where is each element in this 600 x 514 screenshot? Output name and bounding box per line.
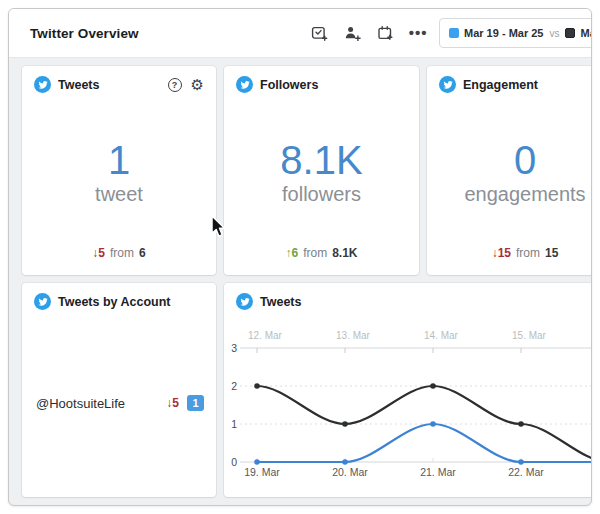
account-metrics: ↓5 1 (166, 395, 204, 411)
header-bar: Twitter Overview (9, 9, 591, 58)
delta-value: ↓5 (92, 246, 105, 260)
delta-value: ↓15 (492, 246, 511, 260)
schedule-report-icon[interactable] (376, 24, 394, 42)
svg-text:3: 3 (231, 342, 237, 354)
previous-value: 6 (139, 246, 146, 260)
previous-value: 8.1K (332, 246, 357, 260)
card-title: Engagement (463, 78, 538, 92)
primary-period-label: Mar 19 - Mar 25 (464, 27, 543, 39)
card-title: Followers (260, 78, 318, 92)
card-header: Engagement (427, 66, 592, 93)
metric-unit: tweet (95, 183, 143, 206)
settings-gear-icon[interactable]: ⚙ (191, 77, 204, 92)
metric-value: 1 (108, 139, 130, 181)
vs-label: vs (548, 28, 560, 39)
svg-text:0: 0 (231, 456, 237, 468)
comparison-period-swatch (565, 28, 575, 38)
from-label: from (516, 246, 540, 260)
from-label: from (303, 246, 327, 260)
export-report-icon[interactable] (310, 24, 328, 42)
svg-text:14. Mar: 14. Mar (424, 330, 459, 341)
card-header: Tweets (224, 283, 592, 310)
more-options-icon[interactable]: ••• (409, 24, 427, 42)
account-delta: ↓5 (166, 396, 179, 410)
card-title: Tweets (58, 78, 99, 92)
svg-text:13. Mar: 13. Mar (336, 330, 371, 341)
from-label: from (110, 246, 134, 260)
card-header: Tweets by Account (22, 283, 216, 310)
metric-unit: engagements (464, 183, 585, 206)
primary-period-swatch (449, 28, 459, 38)
tweets-line-chart[interactable]: 012312. Mar13. Mar14. Mar15. Mar19. Mar2… (224, 283, 592, 497)
previous-value: 15 (545, 246, 558, 260)
svg-text:12. Mar: 12. Mar (248, 330, 283, 341)
svg-text:2: 2 (231, 380, 237, 392)
svg-text:22. Mar: 22. Mar (508, 466, 544, 478)
dashboard-window: Twitter Overview (8, 8, 592, 506)
card-title: Tweets by Account (58, 295, 171, 309)
metric-unit: followers (282, 183, 361, 206)
engagement-metric-card: Engagement 0 engagements ↓15 from 15 (427, 66, 592, 275)
tweets-chart-card: Tweets 012312. Mar13. Mar14. Mar15. Mar1… (224, 283, 592, 497)
header-toolbar: ••• (310, 24, 427, 42)
delta-value: ↑6 (285, 246, 298, 260)
metric-delta-row: ↓5 from 6 (22, 246, 216, 260)
card-header: Tweets ? ⚙ (22, 66, 216, 93)
account-handle: @HootsuiteLife (36, 396, 125, 411)
metric-delta-row: ↑6 from 8.1K (224, 246, 419, 260)
twitter-icon (34, 293, 51, 310)
metric-value: 8.1K (280, 139, 362, 181)
metric-body: 1 tweet (22, 114, 216, 231)
twitter-icon (439, 76, 456, 93)
svg-text:1: 1 (231, 418, 237, 430)
metric-body: 8.1K followers (224, 114, 419, 231)
comparison-period-label: Mar 1 (580, 27, 592, 39)
account-count-badge: 1 (187, 395, 204, 411)
card-actions: ? ⚙ (168, 77, 204, 92)
page-title: Twitter Overview (30, 26, 139, 41)
date-range-selector[interactable]: Mar 19 - Mar 25 vs Mar 1 (439, 18, 592, 48)
metric-delta-row: ↓15 from 15 (427, 246, 592, 260)
svg-text:15. Mar: 15. Mar (512, 330, 547, 341)
svg-text:20. Mar: 20. Mar (332, 466, 368, 478)
card-header: Followers (224, 66, 419, 93)
followers-metric-card: Followers 8.1K followers ↑6 from 8.1K (224, 66, 419, 275)
help-icon[interactable]: ? (168, 78, 182, 92)
twitter-icon (236, 293, 253, 310)
tweets-by-account-card: Tweets by Account @HootsuiteLife ↓5 1 (22, 283, 216, 497)
metric-value: 0 (514, 139, 536, 181)
card-title: Tweets (260, 295, 301, 309)
account-row: @HootsuiteLife ↓5 1 (36, 395, 204, 411)
twitter-icon (236, 76, 253, 93)
svg-text:21. Mar: 21. Mar (420, 466, 456, 478)
mouse-cursor (211, 215, 226, 238)
metric-body: 0 engagements (427, 114, 592, 231)
add-member-icon[interactable] (343, 24, 361, 42)
svg-text:19. Mar: 19. Mar (244, 466, 280, 478)
twitter-icon (34, 76, 51, 93)
tweets-metric-card: Tweets ? ⚙ 1 tweet ↓5 from 6 (22, 66, 216, 275)
